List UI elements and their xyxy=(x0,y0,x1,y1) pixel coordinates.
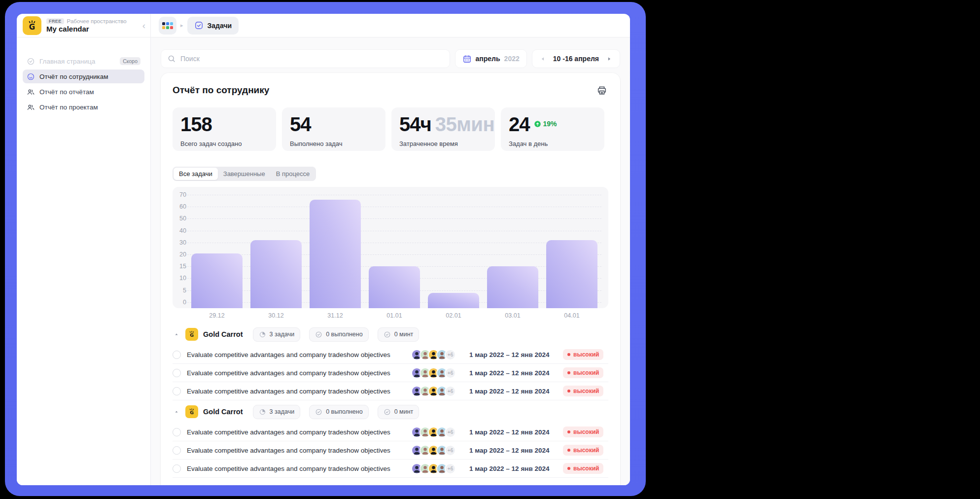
chevron-left-icon xyxy=(540,56,546,62)
workspace-type-label: Рабочее пространство xyxy=(67,18,127,24)
task-row[interactable]: Evaluate competitive advantages and comp… xyxy=(173,364,608,382)
task-priority: высокий xyxy=(563,427,608,437)
task-checkbox[interactable] xyxy=(173,351,181,359)
stat-value: 54ч35мин xyxy=(399,113,487,135)
priority-label: высокий xyxy=(573,428,599,435)
chart-bar[interactable] xyxy=(250,240,301,308)
task-checkbox[interactable] xyxy=(173,446,181,455)
avatar-overflow-count[interactable]: +6 xyxy=(445,367,456,379)
task-title: Evaluate competitive advantages and comp… xyxy=(187,351,405,358)
stat-number-muted: 35мин xyxy=(435,113,494,135)
users-icon xyxy=(27,88,35,96)
chart-y-tick-label: 50 xyxy=(175,215,186,222)
task-row[interactable]: Evaluate competitive advantages and comp… xyxy=(173,441,608,460)
group-name: Gold Carrot xyxy=(203,408,243,416)
assignee-avatars: +6 xyxy=(411,445,463,456)
stat-label: Всего задач создано xyxy=(180,140,268,147)
group-stat-label: 3 задачи xyxy=(270,408,295,415)
chart-bar[interactable] xyxy=(310,200,360,308)
assignee-avatars: +6 xyxy=(411,367,463,379)
task-checkbox[interactable] xyxy=(173,428,181,436)
task-title: Evaluate competitive advantages and comp… xyxy=(187,465,405,472)
filter-tab[interactable]: Все задачи xyxy=(174,168,218,180)
task-checkbox[interactable] xyxy=(173,369,181,377)
group-header: GGold Carrot3 задачи0 выполнено0 минт xyxy=(173,400,608,423)
report-card: Отчёт по сотруднику 158Всего задач созда… xyxy=(161,73,620,485)
stat-card: 158Всего задач создано xyxy=(173,107,276,151)
pie-clock-icon xyxy=(259,408,266,416)
assignee-avatars: +6 xyxy=(411,463,463,474)
workspace-header[interactable]: G FREE Рабочее пространство My calendar … xyxy=(17,14,151,37)
task-checkbox[interactable] xyxy=(173,387,181,395)
svg-text:G: G xyxy=(190,410,194,415)
chart-bar[interactable] xyxy=(546,240,597,308)
sidebar-item-label: Главная страница xyxy=(39,58,95,65)
avatar-overflow-count[interactable]: +6 xyxy=(445,445,456,456)
task-row[interactable]: Evaluate competitive advantages and comp… xyxy=(173,382,608,400)
task-date-range: 1 мар 2022 – 12 янв 2024 xyxy=(469,428,557,436)
stat-delta-value: 19% xyxy=(543,120,557,128)
group-logo: G xyxy=(185,328,198,341)
week-prev-button[interactable] xyxy=(539,55,547,63)
chart-x-tick-label: 03.01 xyxy=(483,312,542,319)
week-next-button[interactable] xyxy=(605,55,613,63)
avatar-overflow-count[interactable]: +6 xyxy=(445,427,456,438)
priority-badge: высокий xyxy=(563,445,603,456)
sidebar-item[interactable]: Главная страницаСкоро xyxy=(23,54,144,68)
chart-bar[interactable] xyxy=(487,266,538,308)
chart-bar[interactable] xyxy=(428,293,479,308)
sidebar-collapse-icon[interactable]: ‹ xyxy=(142,21,145,30)
stat-card: 54Выполнено задач xyxy=(282,107,385,151)
week-range-label: 10 -16 апреля xyxy=(551,55,601,63)
task-date-range: 1 мар 2022 – 12 янв 2024 xyxy=(469,447,557,454)
chevron-right-icon xyxy=(606,56,612,62)
chart-x-tick-label: 31.12 xyxy=(306,312,365,319)
print-button[interactable] xyxy=(595,84,608,97)
priority-badge: высокий xyxy=(563,367,603,378)
soon-badge: Скоро xyxy=(120,57,140,65)
chart-bar[interactable] xyxy=(369,266,420,308)
task-row[interactable]: Evaluate competitive advantages and comp… xyxy=(173,460,608,478)
week-navigator: 10 -16 апреля xyxy=(532,49,620,68)
stat-value: 2419% xyxy=(509,113,596,135)
chart-y-tick-label: 40 xyxy=(175,227,186,234)
task-priority: высокий xyxy=(563,445,608,456)
task-row[interactable]: Evaluate competitive advantages and comp… xyxy=(173,423,608,441)
task-row[interactable]: Evaluate competitive advantages and comp… xyxy=(173,346,608,364)
avatar-overflow-count[interactable]: +6 xyxy=(445,463,456,474)
assignee-avatars: +6 xyxy=(411,349,463,360)
task-date-range: 1 мар 2022 – 12 янв 2024 xyxy=(469,465,557,472)
group-stat-label: 3 задачи xyxy=(270,331,295,338)
stat-value: 158 xyxy=(180,113,268,135)
priority-badge: высокий xyxy=(563,386,603,396)
month-picker-button[interactable]: апрель 2022 xyxy=(455,49,527,68)
collapse-caret-icon[interactable] xyxy=(173,330,180,338)
avatar-overflow-count[interactable]: +6 xyxy=(445,386,456,397)
priority-badge: высокий xyxy=(563,349,603,360)
collapse-caret-icon[interactable] xyxy=(173,408,180,416)
check-circle-icon xyxy=(384,331,391,338)
workspace-name: My calendar xyxy=(46,25,127,33)
stat-label: Затраченное время xyxy=(399,140,487,147)
filter-tab[interactable]: Завершенные xyxy=(218,168,271,180)
sidebar-item[interactable]: Отчёт по проектам xyxy=(23,100,144,114)
breadcrumb-tasks-label: Задачи xyxy=(208,22,232,30)
task-groups: GGold Carrot3 задачи0 выполнено0 минтEva… xyxy=(173,323,608,478)
group-name: Gold Carrot xyxy=(203,330,243,338)
sidebar-item[interactable]: Отчёт по отчётам xyxy=(23,85,144,99)
stat-number: 24 xyxy=(509,113,530,135)
task-checkbox[interactable] xyxy=(173,464,181,473)
breadcrumb-tasks-tab[interactable]: Задачи xyxy=(187,17,239,35)
task-title: Evaluate competitive advantages and comp… xyxy=(187,369,405,377)
avatar-overflow-count[interactable]: +6 xyxy=(445,349,456,360)
search-input[interactable] xyxy=(180,55,444,63)
sidebar-item[interactable]: Отчёт по сотрудникам xyxy=(23,70,144,83)
apps-grid-button[interactable] xyxy=(159,17,176,35)
check-circle-icon xyxy=(27,57,35,66)
group-stat-badge: 0 выполнено xyxy=(309,327,369,342)
chart-bar[interactable] xyxy=(191,253,242,308)
filter-tab[interactable]: В процессе xyxy=(271,168,315,180)
search-field[interactable] xyxy=(161,49,450,68)
users-icon xyxy=(27,103,35,111)
priority-label: высокий xyxy=(573,351,599,358)
